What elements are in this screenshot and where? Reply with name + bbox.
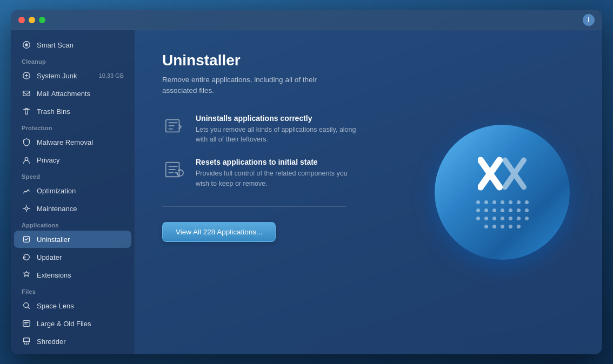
sidebar-item-label: Extensions [37, 271, 71, 279]
sidebar-item-maintenance[interactable]: Maintenance [14, 200, 131, 217]
app-logo-inner [476, 156, 529, 228]
main-content: Uninstaller Remove entire applications, … [135, 30, 602, 354]
sidebar-item-uninstaller[interactable]: Uninstaller [14, 231, 131, 248]
feature-title-2: Resets applications to initial state [196, 158, 358, 166]
dot [509, 200, 512, 204]
dot [492, 208, 496, 212]
sidebar-item-label: Trash Bins [37, 107, 70, 116]
trash-bins-icon [22, 106, 31, 116]
divider [162, 206, 346, 207]
title-bar: i [11, 10, 602, 30]
sidebar-item-label: Uninstaller [37, 235, 70, 244]
updater-icon [22, 252, 31, 262]
dot [476, 200, 480, 204]
svg-rect-9 [24, 338, 30, 342]
section-label-protection: Protection [11, 120, 135, 133]
sidebar-item-space-lens[interactable]: Space Lens [14, 297, 131, 314]
extensions-icon [22, 270, 31, 280]
dots-row-1 [476, 200, 529, 204]
dots-row-2 [476, 208, 529, 212]
sidebar-item-label: System Junk [37, 72, 77, 80]
dot [492, 200, 496, 204]
svg-point-4 [25, 158, 28, 160]
minimize-button[interactable] [29, 17, 35, 23]
sidebar-item-label: Shredder [37, 338, 65, 346]
dot [501, 217, 504, 220]
view-all-applications-button[interactable]: View All 228 Applications... [162, 222, 276, 242]
dots-grid [476, 200, 529, 228]
dots-row-3 [476, 217, 529, 220]
x-logo-icon [478, 156, 527, 194]
large-old-files-icon [22, 319, 31, 328]
section-label-files: Files [11, 284, 135, 296]
shredder-icon [22, 336, 31, 346]
dot [484, 208, 488, 212]
dot [509, 225, 512, 228]
dot [492, 225, 496, 228]
sidebar-item-system-junk[interactable]: System Junk 10,33 GB [14, 67, 131, 84]
content-area: Smart Scan Cleanup System Junk 10,33 GB [11, 30, 602, 354]
dot [484, 217, 488, 220]
system-junk-badge: 10,33 GB [99, 72, 124, 79]
sidebar-item-label: Maintenance [37, 205, 77, 213]
resets-icon [162, 158, 186, 181]
smart-scan-icon [22, 40, 31, 50]
mail-attachments-icon [22, 89, 31, 98]
close-button[interactable] [18, 17, 25, 23]
sidebar-item-updater[interactable]: Updater [14, 248, 131, 266]
dot [484, 225, 488, 228]
sidebar-item-trash-bins[interactable]: Trash Bins [14, 103, 131, 120]
dot [525, 217, 529, 220]
section-label-applications: Applications [11, 218, 135, 230]
dot [484, 200, 488, 204]
system-junk-icon [22, 71, 31, 80]
optimization-icon [22, 186, 31, 196]
svg-point-5 [25, 207, 28, 210]
feature-text: Uninstalls applications correctly Lets y… [196, 114, 358, 145]
dot [501, 208, 504, 212]
sidebar-item-label: Updater [37, 253, 62, 261]
sidebar-item-label: Smart Scan [37, 41, 74, 49]
svg-rect-8 [23, 321, 30, 327]
sidebar-item-privacy[interactable]: Privacy [14, 151, 131, 168]
uninstaller-icon [22, 234, 31, 244]
info-button[interactable]: i [583, 14, 595, 26]
sidebar-item-shredder[interactable]: Shredder [14, 333, 131, 350]
dot [501, 225, 504, 228]
dot [525, 200, 529, 204]
feature-title-1: Uninstalls applications correctly [196, 114, 358, 123]
dot [525, 208, 529, 212]
sidebar-item-label: Mail Attachments [37, 90, 90, 98]
malware-removal-icon [22, 137, 31, 147]
section-label-speed: Speed [11, 169, 135, 181]
sidebar-item-malware-removal[interactable]: Malware Removal [14, 133, 131, 151]
dot [517, 225, 521, 228]
sidebar-item-large-old-files[interactable]: Large & Old Files [14, 315, 131, 332]
dots-row-4 [476, 225, 529, 228]
feature-text: Resets applications to initial state Pro… [196, 158, 358, 189]
dot [517, 217, 521, 220]
sidebar-item-mail-attachments[interactable]: Mail Attachments [14, 85, 131, 102]
app-window: i Smart Scan Cleanup [11, 10, 602, 354]
dot [517, 208, 521, 212]
section-label-cleanup: Cleanup [11, 54, 135, 66]
sidebar-item-label: Optimization [37, 187, 76, 195]
dot [476, 208, 480, 212]
sidebar-item-label: Large & Old Files [37, 320, 91, 328]
svg-point-1 [25, 43, 28, 46]
sidebar: Smart Scan Cleanup System Junk 10,33 GB [11, 30, 135, 354]
uninstalls-icon [162, 114, 186, 138]
dot [492, 217, 496, 220]
maintenance-icon [22, 204, 31, 213]
dot [501, 200, 504, 204]
sidebar-item-label: Malware Removal [37, 138, 93, 146]
feature-desc-1: Lets you remove all kinds of application… [196, 125, 358, 145]
sidebar-item-smart-scan[interactable]: Smart Scan [14, 36, 131, 53]
sidebar-item-label: Space Lens [37, 302, 74, 310]
sidebar-item-optimization[interactable]: Optimization [14, 182, 131, 199]
maximize-button[interactable] [39, 17, 45, 23]
traffic-lights [18, 17, 45, 23]
sidebar-item-extensions[interactable]: Extensions [14, 266, 131, 284]
sidebar-item-label: Privacy [37, 156, 60, 164]
dot [476, 217, 480, 220]
